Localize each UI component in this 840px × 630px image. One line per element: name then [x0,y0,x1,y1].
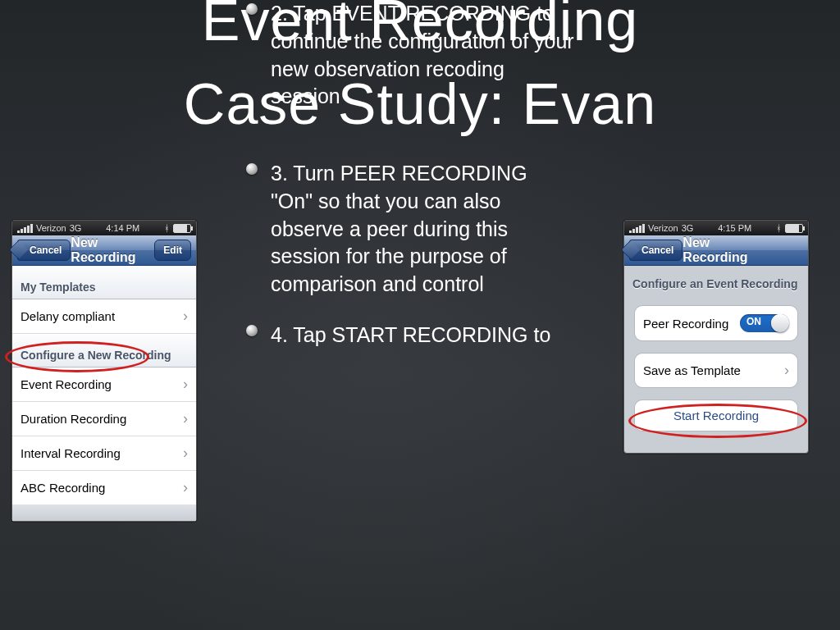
peer-recording-label: Peer Recording [643,317,728,331]
row-delany-compliant[interactable]: Delany compliant › [12,299,196,334]
bluetooth-icon: ᚼ [164,223,170,233]
section-configure-event: Configure an Event Recording [624,266,808,295]
chevron-right-icon: › [183,445,188,462]
row-duration-recording[interactable]: Duration Recording › [12,402,196,436]
row-label: Delany compliant [21,309,115,323]
cancel-button[interactable]: Cancel [629,240,682,261]
start-recording-button[interactable]: Start Recording [635,400,797,431]
step-3: 3. Turn PEER RECORDING "On" so that you … [246,160,574,299]
row-interval-recording[interactable]: Interval Recording › [12,436,196,471]
status-bar: Verizon 3G 4:14 PM ᚼ [12,221,196,235]
row-save-template[interactable]: Save as Template › [635,354,797,387]
status-left: Verizon 3G [629,223,693,233]
row-event-recording[interactable]: Event Recording › [12,368,196,402]
switch-knob [771,314,789,332]
row-label: Interval Recording [21,446,121,460]
carrier-label: Verizon [36,223,66,233]
nav-title: New Recording [682,235,769,265]
signal-icon [17,224,33,233]
chevron-right-icon: › [183,308,188,325]
card-start-recording: Start Recording [634,399,798,431]
row-label: ABC Recording [21,481,105,495]
phone-left: Verizon 3G 4:14 PM ᚼ Cancel New Recordin… [11,220,197,522]
switch-on-label: ON [746,316,761,327]
steps-list: 2. Tap EVENT RECORDING to continue the c… [246,0,574,372]
battery-icon [785,224,803,233]
save-template-label: Save as Template [643,363,741,377]
edit-button[interactable]: Edit [154,240,191,261]
nav-title: New Recording [71,235,154,265]
row-abc-recording[interactable]: ABC Recording › [12,471,196,504]
cancel-button[interactable]: Cancel [17,240,71,261]
section-configure-new: Configure a New Recording [12,334,196,368]
battery-icon [173,224,191,233]
step-4: 4. Tap START RECORDING to [246,322,574,349]
bullet-icon [246,325,258,336]
section-my-templates: My Templates [12,266,196,299]
status-right: ᚼ [776,223,803,233]
nav-bar: Cancel New Recording [624,235,808,266]
chevron-right-icon: › [183,479,188,496]
nav-bar: Cancel New Recording Edit [12,235,196,266]
row-label: Event Recording [21,377,112,391]
start-recording-label: Start Recording [673,409,759,422]
phone-tail [12,504,196,521]
network-3g: 3G [682,223,694,233]
grouped-content: Peer Recording ON Save as Template › Sta… [624,295,808,453]
chevron-right-icon: › [183,376,188,393]
step-4-text: 4. Tap START RECORDING to [271,323,550,346]
chevron-right-icon: › [784,362,789,379]
bullet-icon [246,3,258,15]
clock: 4:15 PM [718,223,751,233]
slide: Event Recording Case Study: Evan 2. Tap … [0,0,840,630]
clock: 4:14 PM [106,223,139,233]
chevron-right-icon: › [183,410,188,427]
card-save-template: Save as Template › [634,353,798,388]
step-2: 2. Tap EVENT RECORDING to continue the c… [246,0,574,111]
step-2-text: 2. Tap EVENT RECORDING to continue the c… [271,2,574,107]
row-peer-recording: Peer Recording ON [635,306,797,340]
carrier-label: Verizon [648,223,678,233]
card-peer-recording: Peer Recording ON [634,305,798,341]
network-3g: 3G [70,223,82,233]
status-bar: Verizon 3G 4:15 PM ᚼ [624,221,808,235]
peer-recording-switch[interactable]: ON [740,314,789,332]
step-3-text: 3. Turn PEER RECORDING "On" so that you … [271,162,527,295]
bullet-icon [246,163,258,175]
bluetooth-icon: ᚼ [776,223,782,233]
phone-right: Verizon 3G 4:15 PM ᚼ Cancel New Recordin… [623,220,809,454]
status-right: ᚼ [164,223,191,233]
signal-icon [629,224,645,233]
status-left: Verizon 3G [17,223,81,233]
row-label: Duration Recording [21,412,126,426]
